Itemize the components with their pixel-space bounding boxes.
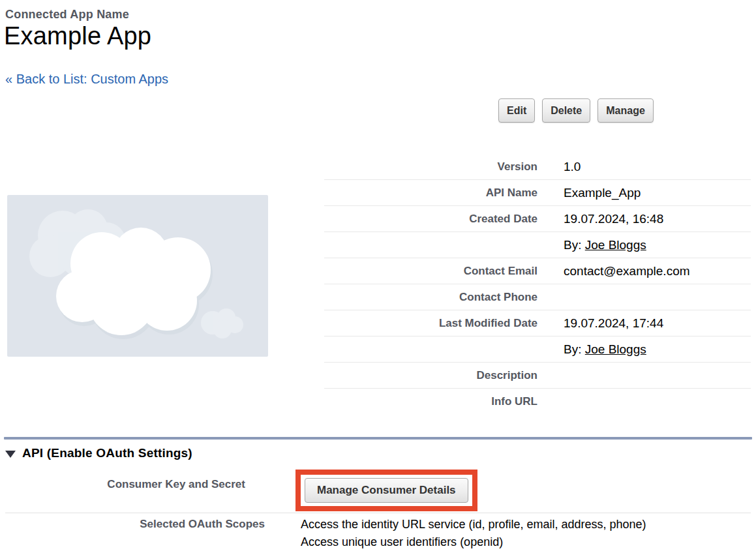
- field-value: contact@example.com: [537, 264, 690, 278]
- entity-type-label: Connected App Name: [5, 8, 129, 22]
- field-value: 1.0: [537, 160, 581, 174]
- oauth-scopes-value: Access the identity URL service (id, pro…: [301, 516, 646, 551]
- detail-row: Version1.0: [324, 154, 751, 180]
- page-title: Example App: [4, 22, 151, 50]
- selected-oauth-scopes-label: Selected OAuth Scopes: [5, 518, 265, 531]
- field-value: 19.07.2024, 16:48: [537, 212, 663, 226]
- field-value: 19.07.2024, 17:44: [537, 316, 663, 331]
- oauth-scope-item: Access the identity URL service (id, pro…: [301, 516, 646, 533]
- triangle-down-icon[interactable]: [5, 451, 16, 458]
- detail-row: Created Date19.07.2024, 16:48: [324, 206, 751, 232]
- detail-row: By: Joe Bloggs: [324, 336, 751, 363]
- field-value: Example_App: [537, 186, 641, 200]
- edit-button[interactable]: Edit: [498, 98, 535, 123]
- field-label: Last Modified Date: [324, 317, 537, 330]
- field-label: Version: [324, 160, 537, 173]
- field-label: Description: [324, 369, 537, 382]
- detail-row: Contact Phone: [324, 284, 751, 310]
- consumer-key-secret-label: Consumer Key and Secret: [5, 478, 245, 491]
- field-value: By: Joe Bloggs: [537, 342, 646, 357]
- field-label: API Name: [324, 187, 537, 200]
- field-value: By: Joe Bloggs: [537, 238, 646, 252]
- row-divider: [5, 513, 751, 513]
- field-label: Contact Phone: [324, 291, 537, 304]
- field-label: Contact Email: [324, 265, 537, 278]
- detail-row: Last Modified Date19.07.2024, 17:44: [324, 310, 751, 336]
- detail-row: By: Joe Bloggs: [324, 232, 751, 258]
- highlight-box: Manage Consumer Details: [295, 470, 477, 511]
- user-link[interactable]: Joe Bloggs: [585, 238, 646, 252]
- oauth-scope-item: Access unique user identifiers (openid): [301, 533, 646, 551]
- detail-table: Version1.0API NameExample_AppCreated Dat…: [324, 154, 751, 415]
- detail-row: Description: [324, 363, 751, 389]
- detail-row: Info URL: [324, 389, 751, 415]
- detail-row: Contact Emailcontact@example.com: [324, 258, 751, 284]
- delete-button[interactable]: Delete: [542, 98, 590, 123]
- oauth-section-header[interactable]: API (Enable OAuth Settings): [5, 446, 192, 460]
- field-label: Created Date: [324, 213, 537, 226]
- user-link[interactable]: Joe Bloggs: [585, 342, 646, 356]
- oauth-section-title: API (Enable OAuth Settings): [22, 446, 192, 460]
- section-divider-bar: [4, 437, 752, 440]
- manage-button[interactable]: Manage: [597, 98, 654, 123]
- app-logo-image: [7, 195, 268, 357]
- field-label: Info URL: [324, 395, 537, 408]
- back-to-list-link[interactable]: « Back to List: Custom Apps: [5, 72, 168, 87]
- toolbar: Edit Delete Manage: [498, 98, 654, 123]
- cloud-illustration: [7, 195, 268, 357]
- detail-row: API NameExample_App: [324, 180, 751, 206]
- manage-consumer-details-button[interactable]: Manage Consumer Details: [305, 478, 468, 503]
